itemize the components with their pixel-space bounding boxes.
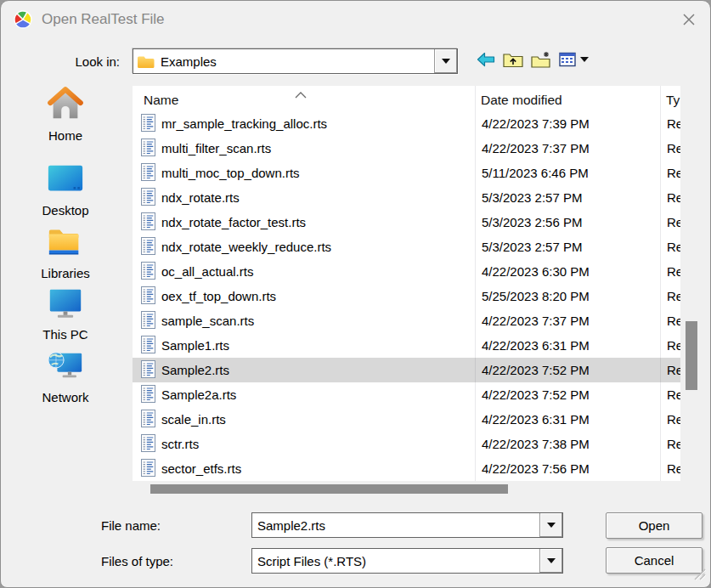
file-date-modified: 4/22/2023 7:37 PM [475, 314, 660, 328]
resize-grip[interactable] [690, 564, 707, 585]
chevron-down-icon [580, 57, 589, 62]
look-in-dropdown-button[interactable] [434, 49, 457, 73]
vertical-scrollbar[interactable] [680, 86, 708, 481]
file-date-modified: 4/22/2023 7:52 PM [475, 387, 660, 402]
up-one-level-button[interactable] [503, 51, 523, 68]
file-date-modified: 5/3/2023 2:57 PM [475, 240, 660, 254]
sidebar-item-network[interactable]: Network [18, 346, 113, 404]
file-row[interactable]: Sample2a.rts 4/22/2023 7:52 PM Re [133, 382, 680, 407]
file-type: Re [660, 116, 680, 131]
column-header-date-modified[interactable]: Date modified [481, 93, 562, 108]
file-type: Re [660, 461, 680, 476]
cancel-button[interactable]: Cancel [606, 547, 703, 574]
file-type: Re [660, 437, 680, 451]
sidebar-item-desktop[interactable]: Desktop [18, 159, 113, 218]
folder-icon [137, 54, 155, 69]
home-icon [46, 84, 85, 127]
file-name-combobox[interactable]: Sample2.rts [251, 512, 563, 538]
files-of-type-combobox[interactable]: Script Files (*.RTS) [251, 548, 563, 574]
file-row[interactable]: sector_etfs.rts 4/22/2023 7:56 PM Re [133, 456, 680, 481]
look-in-label: Look in: [35, 54, 120, 69]
file-row[interactable]: Sample2.rts 4/22/2023 7:52 PM Re [133, 358, 680, 382]
sidebar-item-home[interactable]: Home [18, 84, 113, 143]
file-row[interactable]: oc_all_actual.rts 4/22/2023 6:30 PM Re [133, 259, 680, 284]
script-file-icon [141, 459, 155, 479]
file-rows: mr_sample_tracking_alloc.rts 4/22/2023 7… [133, 111, 680, 481]
back-button[interactable] [477, 52, 495, 67]
file-row[interactable]: sctr.rts 4/22/2023 7:38 PM Re [133, 432, 680, 456]
files-of-type-label: Files of type: [101, 554, 173, 568]
file-list-viewport: Name Date modified Ty [133, 86, 680, 481]
file-row[interactable]: mr_sample_tracking_alloc.rts 4/22/2023 7… [133, 111, 680, 136]
script-file-icon [141, 139, 155, 159]
file-name: ndx_rotate.rts [161, 190, 240, 205]
file-type: Re [660, 166, 680, 180]
titlebar: Open RealTest File [1, 1, 710, 38]
file-type: Re [660, 264, 680, 279]
script-file-icon [141, 385, 155, 405]
view-menu-icon [559, 52, 576, 67]
close-button[interactable] [680, 11, 698, 30]
new-folder-icon [531, 51, 551, 68]
file-name: scale_in.rts [161, 412, 226, 427]
file-name-dropdown-button[interactable] [539, 513, 562, 537]
script-file-icon [141, 360, 155, 381]
screen: Open RealTest File Look in: Examples [0, 0, 711, 588]
file-row[interactable]: ndx_rotate_factor_test.rts 5/3/2023 2:56… [133, 210, 680, 235]
file-type: Re [660, 215, 680, 229]
sidebar-item-this-pc[interactable]: This PC [18, 283, 113, 342]
file-date-modified: 5/3/2023 2:57 PM [475, 190, 660, 205]
script-file-icon [141, 336, 155, 356]
file-row[interactable]: ndx_rotate_weekly_reduce.rts 5/3/2023 2:… [133, 235, 680, 259]
file-name: sector_etfs.rts [161, 461, 241, 476]
files-of-type-value: Script Files (*.RTS) [257, 554, 366, 568]
script-file-icon [141, 434, 155, 455]
file-row[interactable]: sample_scan.rts 4/22/2023 7:37 PM Re [133, 308, 680, 333]
dialog-toolbar [477, 48, 589, 71]
file-name: sctr.rts [161, 437, 199, 451]
file-name: Sample2a.rts [161, 387, 236, 402]
look-in-combobox[interactable]: Examples [133, 48, 458, 74]
column-divider[interactable] [475, 86, 476, 481]
open-button[interactable]: Open [606, 512, 703, 539]
file-name-label: File name: [101, 518, 161, 533]
script-file-icon [141, 114, 155, 134]
file-name-value: Sample2.rts [257, 518, 325, 533]
file-date-modified: 4/22/2023 7:56 PM [475, 461, 660, 476]
column-header-name[interactable]: Name [144, 93, 178, 108]
horizontal-scrollbar-thumb[interactable] [150, 484, 508, 494]
column-header-type[interactable]: Ty [666, 93, 680, 108]
file-date-modified: 5/25/2023 8:20 PM [475, 289, 660, 303]
sidebar-item-libraries[interactable]: Libraries [18, 222, 113, 280]
file-date-modified: 5/3/2023 2:56 PM [475, 215, 660, 229]
file-type: Re [660, 412, 680, 427]
file-name: ndx_rotate_weekly_reduce.rts [161, 240, 331, 254]
dialog-title: Open RealTest File [42, 11, 165, 28]
look-in-value: Examples [161, 54, 217, 69]
column-divider[interactable] [660, 86, 661, 481]
file-row[interactable]: oex_tf_top_down.rts 5/25/2023 8:20 PM Re [133, 284, 680, 308]
sidebar-item-label: Libraries [41, 266, 90, 280]
chevron-down-icon [547, 558, 556, 563]
file-row[interactable]: multi_moc_top_down.rts 5/11/2023 6:46 PM… [133, 161, 680, 185]
new-folder-button[interactable] [531, 51, 551, 68]
files-of-type-dropdown-button[interactable] [539, 549, 562, 573]
file-row[interactable]: ndx_rotate.rts 5/3/2023 2:57 PM Re [133, 185, 680, 210]
list-header: Name Date modified Ty [133, 86, 680, 111]
file-row[interactable]: scale_in.rts 4/22/2023 6:31 PM Re [133, 407, 680, 432]
view-menu-button[interactable] [559, 52, 589, 67]
network-icon [46, 346, 85, 388]
chevron-down-icon [547, 523, 556, 528]
script-file-icon [141, 188, 155, 208]
script-file-icon [141, 410, 155, 430]
back-icon [477, 52, 495, 67]
file-row[interactable]: Sample1.rts 4/22/2023 6:31 PM Re [133, 333, 680, 358]
close-icon [681, 12, 697, 30]
vertical-scrollbar-thumb[interactable] [686, 321, 697, 390]
file-type: Re [660, 363, 680, 377]
file-row[interactable]: multi_filter_scan.rts 4/22/2023 7:37 PM … [133, 136, 680, 161]
sidebar-item-label: Home [48, 128, 82, 143]
script-file-icon [141, 262, 155, 282]
file-name: Sample1.rts [161, 338, 229, 353]
file-date-modified: 4/22/2023 6:31 PM [475, 412, 660, 427]
